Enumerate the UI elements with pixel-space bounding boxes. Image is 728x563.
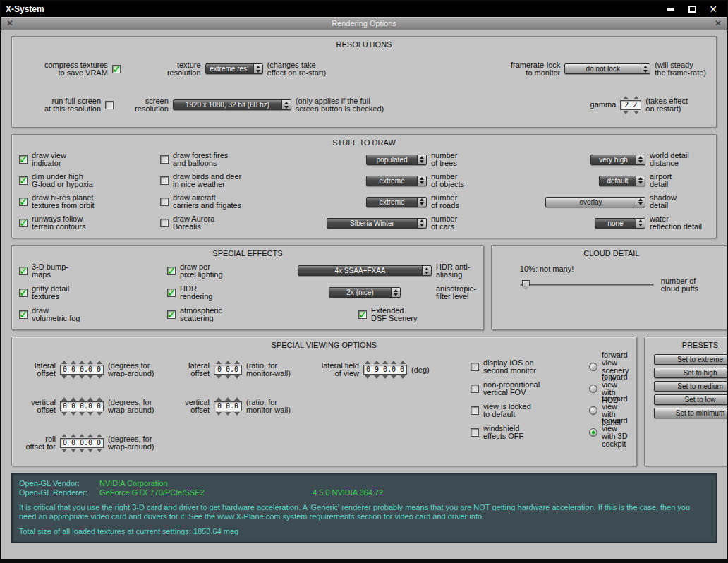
dialog-close-left-icon[interactable]: ✕ [1,18,18,28]
carriers-frigates-checkbox[interactable] [160,198,169,206]
up-arrow-icon[interactable] [61,361,67,364]
dropdown-arrows-icon[interactable] [281,100,291,109]
wheel-down-arrows[interactable] [60,449,104,452]
forest-fires-checkbox[interactable] [160,155,169,164]
down-arrow-icon[interactable] [216,375,222,379]
forward-scenery-radio[interactable] [589,363,597,371]
vertical-offset-ratio-wheel[interactable]: 0 0.0 [214,397,242,416]
down-arrow-icon[interactable] [61,449,67,452]
up-arrow-icon[interactable] [365,361,370,364]
fullscreen-checkbox[interactable] [105,101,114,109]
dropdown-arrows-icon[interactable] [636,176,645,186]
dropdown-arrows-icon[interactable] [417,198,426,207]
number-of-trees-dropdown[interactable]: populated [366,155,427,165]
down-arrow-icon[interactable] [97,412,102,416]
per-pixel-lighting-checkbox[interactable] [167,267,176,275]
lateral-offset-ratio-wheel[interactable]: 0 0.0 [214,361,242,379]
wheel-up-arrows[interactable] [363,361,407,364]
wheel-up-arrows[interactable] [60,434,104,437]
down-arrow-icon[interactable] [382,375,388,379]
wheel-down-arrows[interactable] [363,375,407,379]
up-arrow-icon[interactable] [382,361,388,364]
down-arrow-icon[interactable] [234,375,240,379]
gritty-detail-checkbox[interactable] [19,289,28,297]
down-arrow-icon[interactable] [225,412,231,416]
wheel-up-arrows[interactable] [214,397,242,401]
wheel-down-arrows[interactable] [60,412,104,416]
up-arrow-icon[interactable] [225,361,231,364]
up-arrow-icon[interactable] [97,434,102,437]
dropdown-arrows-icon[interactable] [422,266,431,275]
cloud-puffs-slider[interactable] [520,280,654,291]
dropdown-arrows-icon[interactable] [636,219,645,228]
dropdown-arrows-icon[interactable] [417,219,426,228]
set-to-medium-button[interactable]: Set to medium [654,381,727,392]
wheel-up-arrows[interactable] [60,397,104,401]
wheel-down-arrows[interactable] [214,375,242,379]
maximize-button[interactable] [686,4,698,15]
number-of-cars-dropdown[interactable]: Siberia Winter [327,218,427,229]
dropdown-arrows-icon[interactable] [636,198,645,207]
atmospheric-scattering-checkbox[interactable] [167,310,176,319]
close-button[interactable]: ✕ [707,4,720,15]
up-arrow-icon[interactable] [79,397,85,401]
up-arrow-icon[interactable] [79,361,85,364]
down-arrow-icon[interactable] [391,375,396,379]
wheel-up-arrows[interactable] [214,361,242,364]
up-arrow-icon[interactable] [87,434,93,437]
up-arrow-icon[interactable] [87,397,93,401]
fov-wheel[interactable]: 0 9 0.0 0 [363,361,407,379]
up-arrow-icon[interactable] [225,397,231,401]
runways-terrain-checkbox[interactable] [19,219,28,227]
dropdown-arrows-icon[interactable] [417,176,426,186]
wheel-down-arrows[interactable] [214,412,242,416]
forward-3d-cockpit-radio[interactable] [589,428,597,437]
down-arrow-icon[interactable] [97,449,102,452]
lateral-offset-deg-wheel[interactable]: 0 0 0.0 0 [60,361,104,379]
aurora-checkbox[interactable] [160,219,169,227]
up-arrow-icon[interactable] [79,434,85,437]
wheel-down-arrows[interactable] [620,111,641,114]
up-arrow-icon[interactable] [71,434,76,437]
up-arrow-icon[interactable] [633,96,639,99]
volumetric-fog-checkbox[interactable] [19,310,28,319]
slider-track[interactable] [520,284,654,286]
up-arrow-icon[interactable] [87,361,93,364]
set-to-low-button[interactable]: Set to low [654,394,727,405]
compress-textures-checkbox[interactable] [112,65,121,73]
down-arrow-icon[interactable] [623,111,629,114]
screen-resolution-dropdown[interactable]: 1920 x 1080, 32 bit (60 hz) [173,99,291,110]
up-arrow-icon[interactable] [374,361,380,364]
water-reflection-dropdown[interactable]: none [595,218,645,229]
up-arrow-icon[interactable] [71,397,76,401]
number-of-objects-dropdown[interactable]: extreme [366,176,427,186]
hires-planet-checkbox[interactable] [19,198,28,206]
up-arrow-icon[interactable] [97,361,102,364]
up-arrow-icon[interactable] [61,397,67,401]
hdr-rendering-checkbox[interactable] [167,289,176,297]
up-arrow-icon[interactable] [61,434,67,437]
dropdown-arrows-icon[interactable] [391,288,400,297]
world-detail-distance-dropdown[interactable]: very high [590,155,645,165]
up-arrow-icon[interactable] [234,361,240,364]
down-arrow-icon[interactable] [61,375,67,379]
dropdown-arrows-icon[interactable] [636,155,645,164]
view-locked-checkbox[interactable] [471,406,479,415]
down-arrow-icon[interactable] [71,449,76,452]
gamma-wheel[interactable]: 2.2 [620,96,641,114]
draw-view-indicator-checkbox[interactable] [19,155,28,164]
down-arrow-icon[interactable] [71,412,76,416]
down-arrow-icon[interactable] [225,375,231,379]
down-arrow-icon[interactable] [365,375,370,379]
dropdown-arrows-icon[interactable] [641,64,650,73]
down-arrow-icon[interactable] [216,412,222,416]
vertical-offset-deg-wheel[interactable]: 0 0 0.0 0 [60,397,104,416]
set-to-high-button[interactable]: Set to high [654,368,727,378]
non-proportional-fov-checkbox[interactable] [471,385,479,393]
birds-deer-checkbox[interactable] [160,176,169,185]
wheel-up-arrows[interactable] [60,361,104,364]
texture-resolution-dropdown[interactable]: extreme res! [205,63,263,74]
anisotropic-filter-dropdown[interactable]: 2x (nice) [329,287,401,298]
wheel-down-arrows[interactable] [60,375,104,379]
set-to-extreme-button[interactable]: Set to extreme [654,354,727,365]
